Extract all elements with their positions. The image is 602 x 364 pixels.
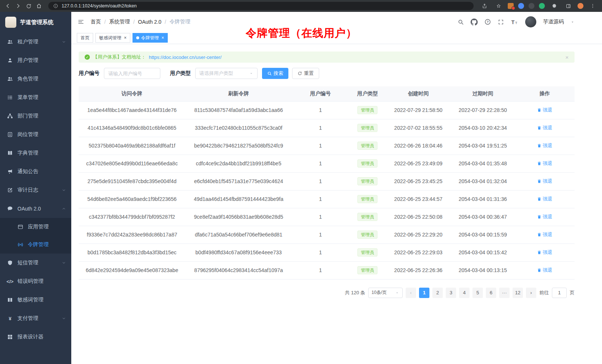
- url-bar[interactable]: 127.0.0.1:1024/system/oauth2/token: [48, 2, 474, 10]
- force-logout-button[interactable]: 强退: [537, 249, 552, 256]
- page-button-3[interactable]: 3: [446, 288, 456, 298]
- sidebar-item-label: 用户管理: [17, 57, 66, 64]
- error-code-icon: </>: [7, 278, 13, 285]
- extensions-puzzle-icon[interactable]: [549, 1, 559, 11]
- pagination: 共 120 条 10条/页 ‹ 1 2 3 4 5 6 ··· 12 › 前往 …: [79, 288, 575, 298]
- back-button[interactable]: [3, 1, 13, 11]
- sidebar-item-report-designer[interactable]: 报表设计器: [0, 328, 71, 346]
- user-menu-caret-icon[interactable]: [570, 20, 575, 24]
- force-logout-button[interactable]: 强退: [537, 142, 552, 149]
- sidebar-item-post[interactable]: 岗位管理: [0, 125, 71, 144]
- green-extension-icon[interactable]: [539, 3, 545, 9]
- user-type-badge: 管理员: [357, 124, 377, 132]
- hamburger-icon[interactable]: [71, 12, 91, 32]
- user-id-cell: 1: [292, 172, 349, 190]
- tab-token-management[interactable]: 令牌管理 ×: [132, 33, 168, 43]
- sidebar-item-user[interactable]: 用户管理: [0, 51, 71, 70]
- sidebar-item-oauth-token[interactable]: 令牌管理: [0, 236, 71, 254]
- sidebar-item-dept[interactable]: 部门管理: [0, 107, 71, 125]
- dark-extension-icon[interactable]: [529, 3, 534, 9]
- force-logout-button[interactable]: 强退: [537, 107, 552, 113]
- created-time-cell: 2022-06-25 22:29:03: [386, 244, 451, 261]
- sidebar-item-error-code[interactable]: </> 错误码管理: [0, 272, 71, 291]
- page-button-4[interactable]: 4: [459, 288, 470, 298]
- forward-button[interactable]: [13, 1, 23, 11]
- reset-button[interactable]: 重置: [292, 68, 319, 79]
- sidebar-item-sms[interactable]: 短信管理: [0, 254, 71, 272]
- force-logout-button[interactable]: 强退: [537, 231, 552, 238]
- force-logout-button[interactable]: 强退: [537, 267, 552, 274]
- tab-home[interactable]: 首页: [77, 33, 93, 43]
- side-panel-icon[interactable]: [563, 1, 573, 11]
- user-type-select[interactable]: 请选择用户类型: [195, 68, 258, 79]
- sidebar-item-label: 短信管理: [17, 259, 58, 266]
- username-text[interactable]: 芋道源码: [543, 19, 564, 25]
- user-avatar[interactable]: [525, 16, 536, 27]
- search-button-label: 搜索: [274, 70, 283, 77]
- sidebar-item-role[interactable]: 角色管理: [0, 70, 71, 88]
- user-type-cell: 管理员: [349, 155, 386, 172]
- reload-button[interactable]: [24, 1, 33, 11]
- sidebar-item-sensitive-words[interactable]: 敏感词管理: [0, 291, 71, 309]
- page-button-2[interactable]: 2: [432, 288, 443, 298]
- doc-link[interactable]: https://doc.iocoder.cn/user-center/: [149, 54, 222, 60]
- sidebar-item-dict[interactable]: 字典管理: [0, 144, 71, 162]
- page-button-5[interactable]: 5: [472, 288, 483, 298]
- prev-page-button[interactable]: ‹: [406, 288, 416, 298]
- sidebar-item-oauth[interactable]: OAuth 2.0: [0, 199, 71, 218]
- access-token-cell: f9336e7c7dd242a283ee98dc86b17a87: [79, 226, 185, 244]
- close-icon[interactable]: ×: [161, 35, 164, 40]
- page-button-12[interactable]: 12: [513, 288, 523, 298]
- breadcrumb-home[interactable]: 首页: [91, 19, 101, 25]
- bookmark-star-icon[interactable]: [494, 1, 503, 11]
- tab-sensitive-words[interactable]: 敏感词管理 ×: [95, 33, 130, 43]
- extension-badge-icon[interactable]: [508, 3, 514, 9]
- sidebar-item-oauth-app[interactable]: 应用管理: [0, 218, 71, 236]
- force-logout-button[interactable]: 强退: [537, 125, 552, 131]
- page-button-6[interactable]: 6: [486, 288, 496, 298]
- alert-text: 【用户体系】文档地址：: [93, 54, 146, 60]
- home-button[interactable]: [34, 1, 44, 11]
- page-button-1[interactable]: 1: [419, 288, 429, 298]
- search-button[interactable]: 搜索: [262, 68, 288, 79]
- sidebar-item-menu[interactable]: 菜单管理: [0, 88, 71, 107]
- sidebar-item-pay[interactable]: ¥ 支付管理: [0, 309, 71, 328]
- force-logout-button[interactable]: 强退: [537, 160, 552, 167]
- page-ellipsis-button[interactable]: ···: [499, 288, 510, 298]
- user-id-cell: 1: [292, 226, 349, 244]
- next-page-button[interactable]: ›: [526, 288, 536, 298]
- dept-tree-icon: [7, 113, 13, 119]
- fullscreen-icon[interactable]: [498, 19, 504, 25]
- blue-extension-icon[interactable]: [518, 3, 524, 9]
- kebab-menu-icon[interactable]: [588, 1, 598, 11]
- sidebar-item-tenant[interactable]: 租户管理: [0, 33, 71, 51]
- oauth-submenu: 应用管理 令牌管理: [0, 218, 71, 254]
- breadcrumb-system[interactable]: 系统管理: [109, 19, 130, 25]
- trash-icon: [537, 250, 542, 255]
- force-logout-button[interactable]: 强退: [537, 196, 552, 202]
- user-id-input[interactable]: [104, 68, 160, 79]
- profile-avatar[interactable]: [578, 3, 583, 9]
- alert-close-icon[interactable]: ×: [565, 54, 569, 60]
- user-type-badge: 管理员: [357, 142, 377, 150]
- search-icon[interactable]: [458, 19, 464, 25]
- trash-icon: [537, 268, 542, 272]
- force-logout-button[interactable]: 强退: [537, 178, 552, 185]
- sidebar-item-notice[interactable]: 通知公告: [0, 162, 71, 181]
- sidebar-item-audit-log[interactable]: 审计日志: [0, 181, 71, 199]
- breadcrumb-oauth[interactable]: OAuth 2.0: [138, 19, 161, 25]
- close-icon[interactable]: ×: [124, 35, 127, 40]
- site-info-icon[interactable]: [53, 3, 59, 9]
- page-size-select[interactable]: 10条/页: [368, 288, 403, 298]
- user-type-cell: 管理员: [349, 137, 386, 155]
- table-row: 54d6be82ee5a460a9aedc1f9bf223656 49d1aa4…: [79, 190, 575, 208]
- force-logout-button[interactable]: 强退: [537, 214, 552, 220]
- font-size-icon[interactable]: TT: [511, 19, 518, 26]
- goto-page-input[interactable]: [552, 288, 567, 298]
- trash-icon: [537, 126, 542, 130]
- share-icon[interactable]: [480, 1, 489, 11]
- github-icon[interactable]: [471, 19, 478, 26]
- force-logout-label: 强退: [543, 178, 552, 185]
- app-logo[interactable]: 芋道管理系统: [0, 12, 71, 33]
- help-icon[interactable]: ?: [484, 19, 491, 25]
